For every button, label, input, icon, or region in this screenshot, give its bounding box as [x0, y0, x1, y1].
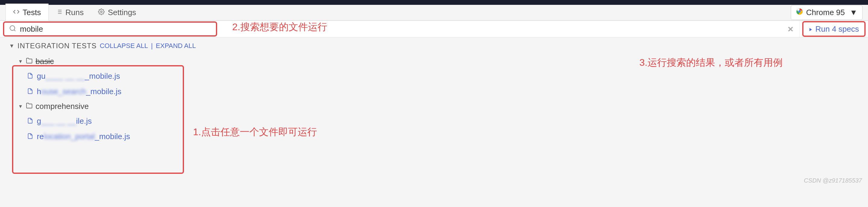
file-name: g___ __ __ile.js: [37, 116, 92, 126]
file-item[interactable]: gu____ __ ___mobile.js: [18, 68, 868, 84]
list-icon: [56, 8, 62, 17]
caret-down-icon: ▼: [18, 104, 23, 109]
svg-point-6: [101, 11, 102, 13]
chrome-icon: [796, 8, 803, 17]
watermark: CSDN @z917185537: [804, 177, 862, 184]
integration-title: INTEGRATION TESTS: [18, 42, 97, 50]
caret-down-icon: ▼: [849, 8, 858, 17]
tab-label: Tests: [23, 8, 41, 17]
svg-line-10: [14, 30, 16, 31]
search-bar: × Run 4 specs: [0, 21, 868, 37]
caret-down-icon: ▼: [18, 59, 23, 64]
file-name: relocation_portal_mobile.js: [37, 132, 130, 141]
gear-icon: [98, 8, 105, 17]
browser-label: Chrome 95: [806, 8, 845, 17]
clear-search-button[interactable]: ×: [782, 24, 800, 35]
run-specs-button[interactable]: Run 4 specs: [799, 21, 868, 37]
tab-runs[interactable]: Runs: [49, 4, 91, 22]
svg-point-9: [10, 26, 15, 30]
file-tree: ▼ basic gu____ __ ___mobile.js house_sea…: [0, 54, 868, 144]
file-item[interactable]: house_search_mobile.js: [18, 84, 868, 99]
code-icon: [13, 8, 20, 17]
caret-down-icon[interactable]: ▼: [9, 43, 14, 49]
folder-row[interactable]: ▼ basic: [18, 54, 868, 68]
integration-header: ▼ INTEGRATION TESTS COLLAPSE ALL | EXPAN…: [0, 37, 868, 54]
folder-name: basic: [36, 57, 54, 66]
tab-settings[interactable]: Settings: [91, 4, 143, 22]
tab-label: Runs: [65, 8, 84, 17]
run-specs-label: Run 4 specs: [815, 24, 859, 34]
folder-open-icon: [26, 57, 33, 66]
file-item[interactable]: relocation_portal_mobile.js: [18, 129, 868, 144]
folder-open-icon: [26, 102, 33, 111]
file-name: house_search_mobile.js: [37, 87, 121, 96]
expand-all-link[interactable]: EXPAND ALL: [156, 42, 196, 50]
collapse-all-link[interactable]: COLLAPSE ALL: [100, 42, 148, 50]
file-icon: [27, 116, 33, 126]
file-icon: [27, 132, 33, 141]
file-icon: [27, 71, 33, 81]
file-name: gu____ __ ___mobile.js: [37, 71, 120, 81]
play-icon: [809, 24, 813, 34]
file-icon: [27, 87, 33, 96]
nav-bar: Tests Runs Settings Chrome 95 ▼: [0, 5, 868, 21]
tab-label: Settings: [108, 8, 136, 17]
browser-selector[interactable]: Chrome 95 ▼: [791, 5, 863, 20]
file-item[interactable]: g___ __ __ile.js: [18, 114, 868, 129]
folder-row[interactable]: ▼ comprehensive: [18, 99, 868, 114]
tab-tests[interactable]: Tests: [5, 4, 49, 22]
folder-name: comprehensive: [36, 102, 89, 111]
search-input[interactable]: [20, 24, 782, 34]
svg-marker-11: [809, 28, 812, 31]
search-icon: [9, 25, 16, 33]
